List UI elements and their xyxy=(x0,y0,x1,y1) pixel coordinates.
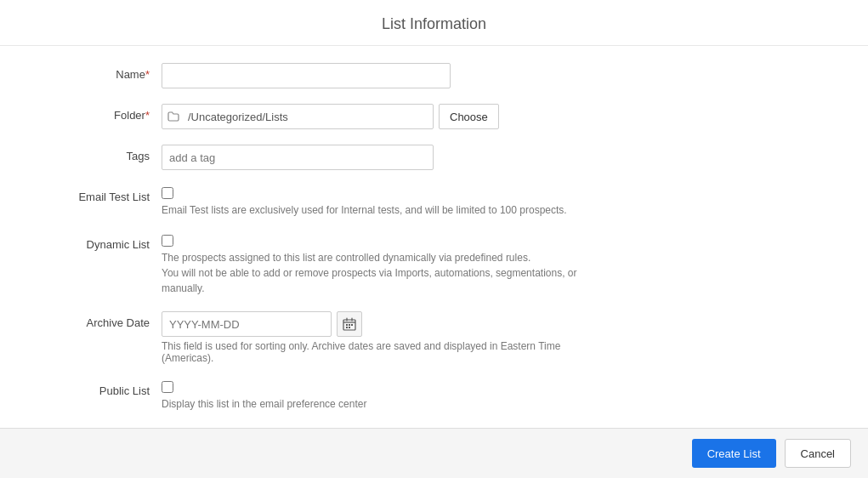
create-list-button[interactable]: Create List xyxy=(692,439,776,468)
dynamic-list-checkbox[interactable] xyxy=(162,235,173,247)
archive-date-label: Archive Date xyxy=(51,311,162,329)
email-test-list-row: Email Test List Email Test lists are exc… xyxy=(0,185,868,218)
form-area: Name* Folder* /Uncategorized/Lists Choos… xyxy=(0,46,868,428)
calendar-button[interactable] xyxy=(337,311,362,337)
name-field-container xyxy=(162,63,451,88)
email-test-list-checkbox[interactable] xyxy=(162,187,173,199)
tags-row: Tags xyxy=(0,145,868,170)
public-list-checkbox[interactable] xyxy=(162,381,173,393)
email-test-list-container: Email Test lists are exclusively used fo… xyxy=(162,185,587,218)
folder-icon xyxy=(162,111,184,122)
public-list-container: Display this list in the email preferenc… xyxy=(162,379,587,412)
archive-date-group xyxy=(162,311,587,337)
name-row: Name* xyxy=(0,63,868,88)
dynamic-list-checkbox-row xyxy=(162,233,604,247)
folder-field-container: /Uncategorized/Lists Choose xyxy=(162,104,502,129)
folder-label: Folder* xyxy=(51,104,162,122)
svg-rect-2 xyxy=(349,324,350,326)
email-test-list-checkbox-row xyxy=(162,185,587,199)
public-list-row: Public List Display this list in the ema… xyxy=(0,379,868,412)
folder-input-group: /Uncategorized/Lists xyxy=(162,104,434,129)
email-test-list-description: Email Test lists are exclusively used fo… xyxy=(162,202,587,218)
page-header: List Information xyxy=(0,0,868,46)
svg-rect-3 xyxy=(351,324,353,326)
cancel-button[interactable]: Cancel xyxy=(785,439,851,468)
name-input[interactable] xyxy=(162,63,451,88)
page-title: List Information xyxy=(0,15,868,33)
svg-rect-1 xyxy=(346,324,348,326)
footer-bar: Create List Cancel xyxy=(0,428,868,478)
archive-date-container: This field is used for sorting only. Arc… xyxy=(162,311,587,364)
public-list-description: Display this list in the email preferenc… xyxy=(162,396,587,412)
archive-date-row: Archive Date This xyxy=(0,311,868,364)
name-label: Name* xyxy=(51,63,162,81)
tags-field-container xyxy=(162,145,451,170)
dynamic-list-description: The prospects assigned to this list are … xyxy=(162,250,604,296)
dynamic-list-label: Dynamic List xyxy=(51,233,162,251)
dynamic-list-row: Dynamic List The prospects assigned to t… xyxy=(0,233,868,296)
email-test-list-label: Email Test List xyxy=(51,185,162,203)
svg-rect-5 xyxy=(349,327,350,328)
public-list-checkbox-row xyxy=(162,379,587,393)
archive-date-note: This field is used for sorting only. Arc… xyxy=(162,340,587,364)
choose-button[interactable]: Choose xyxy=(439,104,499,129)
folder-value: /Uncategorized/Lists xyxy=(184,111,433,123)
archive-date-input[interactable] xyxy=(162,311,332,337)
tags-input[interactable] xyxy=(162,145,434,170)
dynamic-list-container: The prospects assigned to this list are … xyxy=(162,233,604,296)
folder-row: Folder* /Uncategorized/Lists Choose xyxy=(0,104,868,129)
tags-label: Tags xyxy=(51,145,162,162)
public-list-label: Public List xyxy=(51,379,162,397)
svg-rect-4 xyxy=(346,327,348,328)
